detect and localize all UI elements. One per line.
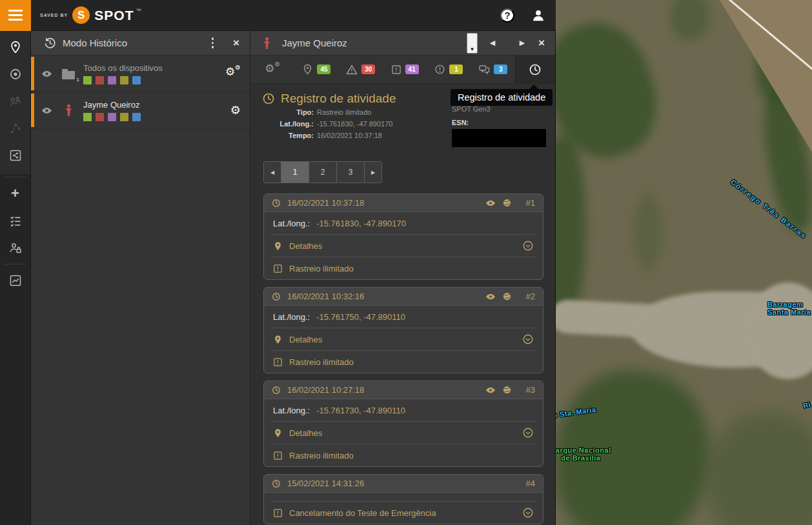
group-settings-gears-icon[interactable]: ⚙⚙: [225, 66, 241, 81]
sidebar-item-locations[interactable]: [0, 34, 30, 61]
sidebar-item-device-groups[interactable]: [0, 88, 30, 115]
device-select-dropdown[interactable]: ▼: [467, 33, 478, 54]
location-pin-icon: [273, 335, 283, 344]
next-device-arrow-icon[interactable]: ▶: [507, 39, 537, 47]
tab-settings[interactable]: ⚙⚙: [250, 55, 294, 83]
pagination: ◀ 1 2 3 ▶: [263, 161, 382, 183]
card-header: 16/02/2021 10:27:18 #3: [264, 381, 543, 399]
details-row[interactable]: Detalhes: [264, 235, 543, 257]
clock-icon: [272, 292, 281, 301]
visibility-eye-icon[interactable]: [41, 105, 52, 116]
location-pin-icon: [273, 241, 283, 251]
device-details: SPOT Gen3 ESN:: [452, 105, 546, 147]
tab-messages[interactable]: 3: [471, 55, 515, 83]
message-text: Cancelamento do Teste de Emergência: [289, 508, 436, 518]
tab-status[interactable]: 1: [427, 55, 471, 83]
device-row-all[interactable]: 1 Todos os dispositivos ⚙⚙: [31, 55, 250, 92]
page-next-button[interactable]: ▶: [364, 161, 382, 183]
sidebar-item-users[interactable]: [0, 234, 30, 261]
device-settings-gear-icon[interactable]: ⚙: [230, 104, 241, 116]
details-row[interactable]: Detalhes: [264, 422, 543, 444]
map-label-dam: Barragem Santa Maria: [767, 301, 811, 316]
card-number: #1: [518, 198, 535, 208]
activity-heading-text: Registro de atividade: [281, 92, 396, 106]
globe-icon[interactable]: [502, 198, 512, 208]
vegetation-patch: [633, 193, 663, 271]
tab-events[interactable]: 41: [383, 55, 427, 83]
eye-icon[interactable]: [485, 385, 496, 395]
color-swatch: [108, 76, 116, 84]
chat-bubbles-icon: [478, 64, 490, 75]
account-icon[interactable]: [531, 8, 545, 23]
sidebar-item-routes[interactable]: [0, 115, 30, 142]
card-number: #2: [518, 292, 535, 301]
activity-card-4: 15/02/2021 14:31:26 #4 Cancelamento do T…: [263, 474, 543, 524]
details-row[interactable]: Detalhes: [264, 328, 543, 350]
page-button-1[interactable]: 1: [281, 161, 309, 183]
clock-icon: [272, 199, 281, 208]
chevron-down-circle-icon[interactable]: [522, 427, 534, 439]
device-panel-close-icon[interactable]: ×: [538, 37, 545, 50]
message-row[interactable]: Cancelamento do Teste de Emergência: [264, 502, 543, 524]
share-boxed-icon: [9, 149, 22, 162]
message-row: Rastreio ilimitado: [264, 351, 543, 373]
device-row-jayme[interactable]: Jayme Queiroz ⚙: [31, 92, 250, 129]
page-prev-button[interactable]: ◀: [263, 161, 281, 183]
sidebar-item-add[interactable]: +: [0, 180, 30, 207]
tab-activity-log[interactable]: [515, 55, 555, 83]
sidebar-item-analytics[interactable]: [0, 267, 30, 294]
tab-alerts[interactable]: 30: [339, 55, 383, 83]
map-label-park: Parque Nacional de Brasília: [556, 446, 611, 462]
page-button-2[interactable]: 2: [309, 161, 337, 183]
topbar: SAVED BY S SPOT ™ ?: [0, 0, 556, 31]
color-swatch: [83, 76, 92, 84]
esn-value-redacted: [452, 129, 546, 147]
trademark: ™: [136, 8, 141, 14]
satellite-map[interactable]: Córrego Três Barras Barragem Santa Maria…: [556, 0, 812, 525]
device-name: Todos os dispositivos: [83, 63, 163, 73]
card-timestamp: 15/02/2021 14:31:26: [287, 479, 364, 488]
color-swatch: [83, 113, 92, 121]
sidebar-item-checklist[interactable]: [0, 207, 30, 234]
sidebar-item-live-tracking[interactable]: [0, 61, 30, 88]
history-panel-header: Modo Histórico ×: [31, 31, 250, 55]
eye-icon[interactable]: [485, 292, 496, 302]
chevron-down-circle-icon[interactable]: [522, 240, 534, 252]
square-exclaim-icon: [273, 264, 283, 273]
globe-icon[interactable]: [502, 385, 512, 395]
activity-log-content: Registro de atividade Tipo: Rastreio ili…: [250, 84, 555, 525]
color-swatch: [132, 76, 141, 84]
color-swatch: [108, 113, 116, 121]
square-exclaim-icon: [273, 508, 283, 518]
history-menu-kebab-icon[interactable]: [209, 35, 217, 51]
sidebar-item-share[interactable]: [0, 142, 30, 169]
history-close-icon[interactable]: ×: [233, 37, 239, 50]
saved-by-label: SAVED BY: [40, 13, 68, 17]
help-icon[interactable]: ?: [500, 8, 514, 23]
spot-logo-icon: S: [72, 6, 90, 24]
visibility-eye-icon[interactable]: [41, 68, 52, 79]
square-exclaim-icon: [273, 451, 283, 461]
hamburger-menu-button[interactable]: [0, 0, 31, 31]
color-swatch: [120, 113, 128, 121]
card-header: 16/02/2021 10:37:18 #1: [264, 194, 543, 212]
brand: SAVED BY S SPOT ™: [40, 6, 143, 24]
eye-icon[interactable]: [485, 198, 496, 208]
globe-icon[interactable]: [502, 292, 512, 301]
clock-icon: [272, 386, 281, 395]
circle-exclaim-icon: [434, 64, 445, 75]
chevron-down-circle-icon[interactable]: [522, 333, 534, 345]
device-panel: Jayme Queiroz ▼ ◀ ▶ × ⚙⚙ 45 30: [250, 31, 556, 525]
person-device-icon: [59, 104, 78, 117]
current-position-info: Tipo: Rastreio ilimitado Lat./long.: -15…: [250, 108, 444, 140]
page-button-3[interactable]: 3: [336, 161, 365, 183]
color-swatch: [120, 76, 128, 84]
chevron-down-circle-icon[interactable]: [522, 507, 534, 519]
location-pin-icon: [9, 41, 22, 54]
vegetation-patch: [707, 413, 812, 525]
tab-locations[interactable]: 45: [294, 55, 338, 83]
prev-device-arrow-icon[interactable]: ◀: [478, 39, 507, 47]
count-badge: 1: [449, 64, 463, 74]
square-exclaim-icon: [391, 64, 401, 75]
latlong-row: Lat./long.: -15.761750, -47.890110: [264, 306, 543, 328]
